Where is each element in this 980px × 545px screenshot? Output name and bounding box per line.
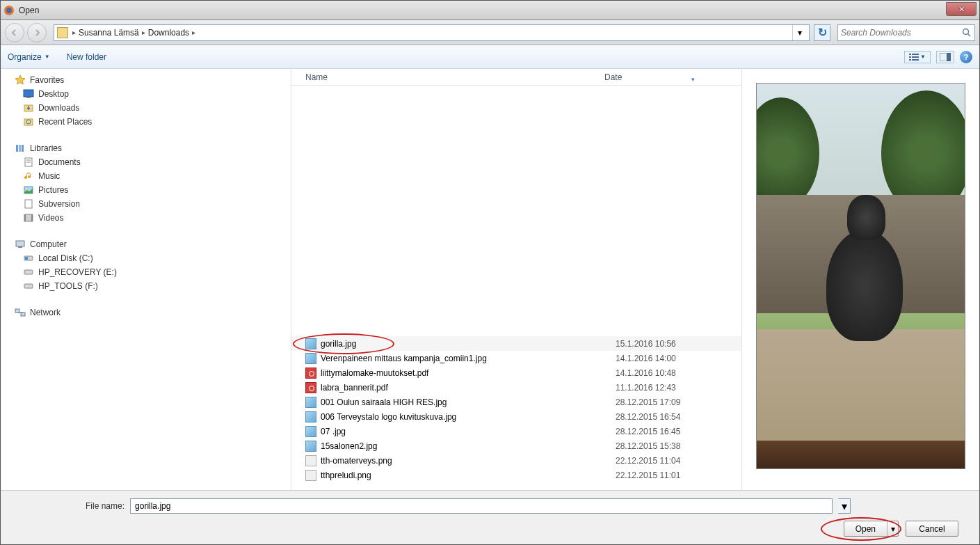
disk-icon (23, 267, 34, 278)
navigation-sidebar[interactable]: Favorites Desktop Downloads Recent Place… (1, 69, 291, 490)
file-row[interactable]: 001 Oulun sairaala HIGH RES.jpg28.12.201… (291, 395, 741, 409)
preview-pane-button[interactable] (936, 51, 954, 63)
sidebar-item-hp-recovery[interactable]: HP_RECOVERY (E:) (1, 265, 291, 279)
img-file-icon (305, 411, 316, 422)
search-box[interactable] (837, 24, 975, 41)
svg-rect-33 (24, 270, 33, 274)
file-row[interactable]: 006 Terveystalo logo kuvituskuva.jpg28.1… (291, 409, 741, 424)
star-icon (15, 74, 26, 86)
firefox-icon (3, 5, 15, 16)
back-button[interactable] (5, 23, 24, 42)
filetype-dropdown[interactable]: ▾ (838, 498, 851, 514)
column-headers: Name Date▾ (291, 69, 741, 86)
main-content: Favorites Desktop Downloads Recent Place… (1, 69, 979, 490)
svg-rect-13 (26, 97, 31, 98)
file-row[interactable]: labra_bannerit.pdf11.1.2016 12:43 (291, 380, 741, 395)
file-row[interactable]: 15salonen2.jpg28.12.2015 15:38 (291, 439, 741, 453)
svg-rect-12 (24, 90, 33, 97)
svg-rect-29 (16, 241, 24, 246)
svg-rect-35 (15, 309, 19, 313)
chevron-right-icon: ▸ (189, 29, 198, 36)
svg-rect-36 (21, 313, 25, 316)
png-file-icon (305, 455, 316, 466)
img-file-icon (305, 338, 316, 349)
disk-icon (23, 281, 34, 292)
breadcrumb-user[interactable]: Susanna Lämsä (79, 28, 139, 38)
recent-icon (23, 116, 34, 127)
sidebar-item-subversion[interactable]: Subversion (1, 197, 291, 211)
svg-rect-28 (31, 214, 33, 221)
file-row[interactable]: gorilla.jpg15.1.2016 10:56 (291, 336, 741, 351)
title-bar: Open ✕ (1, 1, 979, 20)
file-date: 28.12.2015 17:09 (616, 397, 680, 407)
breadcrumb-folder[interactable]: Downloads (148, 28, 189, 38)
chevron-down-icon: ▼ (45, 54, 50, 60)
pictures-icon (23, 184, 34, 196)
sidebar-item-pictures[interactable]: Pictures (1, 183, 291, 197)
file-date: 11.1.2016 12:43 (616, 383, 676, 393)
svg-rect-11 (947, 53, 951, 61)
forward-button[interactable] (27, 23, 47, 42)
open-button[interactable]: Open ▾ (844, 521, 899, 537)
downloads-icon (23, 102, 34, 113)
address-bar[interactable]: ▸ Susanna Lämsä ▸ Downloads ▸ ▾ (54, 24, 810, 41)
svg-line-3 (968, 33, 971, 36)
column-date-header[interactable]: Date▾ (604, 72, 716, 82)
svg-rect-6 (909, 56, 911, 58)
sidebar-item-videos[interactable]: Videos (1, 211, 291, 225)
chevron-down-icon: ▼ (920, 54, 926, 60)
sidebar-item-music[interactable]: Music (1, 169, 291, 183)
sidebar-network-header[interactable]: Network (1, 306, 291, 319)
computer-icon (15, 239, 26, 250)
svg-rect-17 (16, 145, 18, 152)
list-view-icon (909, 53, 919, 61)
svg-rect-5 (912, 54, 919, 55)
file-name: tthpreludi.png (321, 471, 616, 480)
chevron-right-icon: ▸ (139, 29, 148, 36)
view-mode-button[interactable]: ▼ (904, 51, 931, 63)
desktop-icon (23, 88, 34, 100)
search-input[interactable] (841, 28, 962, 38)
sidebar-libraries-header[interactable]: Libraries (1, 141, 291, 155)
search-icon (962, 28, 972, 38)
new-folder-button[interactable]: New folder (67, 52, 106, 62)
close-icon: ✕ (958, 5, 965, 14)
file-row[interactable]: 07 .jpg28.12.2015 16:45 (291, 424, 741, 439)
svg-rect-4 (909, 54, 911, 55)
open-dropdown[interactable]: ▾ (887, 521, 898, 536)
filename-input[interactable] (130, 498, 833, 514)
svg-rect-34 (24, 284, 33, 288)
sidebar-item-desktop[interactable]: Desktop (1, 87, 291, 101)
sidebar-favorites-header[interactable]: Favorites (1, 73, 291, 87)
cancel-button[interactable]: Cancel (906, 521, 958, 537)
subversion-icon (23, 198, 34, 210)
sidebar-item-local-disk[interactable]: Local Disk (C:) (1, 251, 291, 265)
sidebar-item-documents[interactable]: Documents (1, 155, 291, 169)
column-name-header[interactable]: Name (291, 72, 604, 82)
address-dropdown[interactable]: ▾ (792, 25, 806, 40)
sidebar-item-recent[interactable]: Recent Places (1, 115, 291, 129)
open-dialog-window: Open ✕ ▸ Susanna Lämsä ▸ Downloads ▸ ▾ ↻… (0, 0, 980, 545)
file-name: 07 .jpg (321, 427, 616, 436)
sidebar-item-hp-tools[interactable]: HP_TOOLS (F:) (1, 279, 291, 293)
refresh-button[interactable]: ↻ (814, 24, 830, 41)
img-file-icon (305, 353, 316, 364)
organize-button[interactable]: Organize ▼ (8, 52, 50, 62)
window-title: Open (19, 6, 39, 15)
svg-rect-30 (18, 246, 22, 248)
file-date: 28.12.2015 16:45 (616, 427, 680, 436)
documents-icon (23, 157, 34, 168)
help-button[interactable]: ? (960, 51, 972, 63)
file-row[interactable]: tthpreludi.png22.12.2015 11:01 (291, 468, 741, 482)
close-button[interactable]: ✕ (946, 2, 977, 16)
sidebar-item-downloads[interactable]: Downloads (1, 101, 291, 115)
file-name: 15salonen2.jpg (321, 441, 616, 451)
file-name: liittymalomake-muutokset.pdf (321, 368, 616, 378)
file-list[interactable]: gorilla.jpg15.1.2016 10:56Verenpaineen m… (291, 86, 741, 490)
file-row[interactable]: Verenpaineen mittaus kampanja_comiin1.jp… (291, 351, 741, 365)
file-date: 14.1.2016 10:48 (616, 368, 676, 378)
sidebar-computer-header[interactable]: Computer (1, 237, 291, 251)
file-row[interactable]: liittymalomake-muutokset.pdf14.1.2016 10… (291, 365, 741, 380)
png-file-icon (305, 470, 316, 481)
file-row[interactable]: tth-omaterveys.png22.12.2015 11:04 (291, 453, 741, 468)
